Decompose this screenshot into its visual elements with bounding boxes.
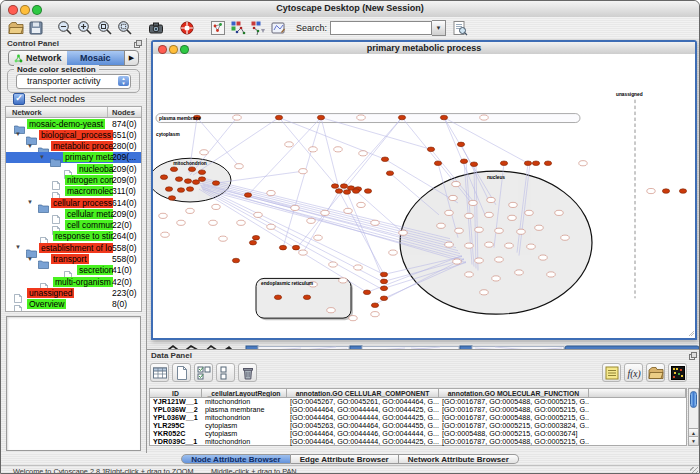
network-node-unselected[interactable] [219,236,227,241]
network-node-highlighted[interactable] [279,245,286,250]
search-input[interactable] [330,21,432,35]
network-node-unselected[interactable] [339,278,347,283]
tree-row-nitrogen-compo[interactable]: nitrogen compo209(0) [6,174,141,185]
network-node-highlighted[interactable] [386,171,393,176]
canvas-resize-grip[interactable] [689,331,694,336]
resize-grip[interactable] [690,467,698,474]
table-cell[interactable]: [GO:0045267, GO:0045261, GO:0044464, G..… [287,398,439,406]
network-node-unselected[interactable] [547,272,555,277]
network-node-unselected[interactable] [487,197,495,202]
network-node-highlighted[interactable] [340,184,347,189]
tree-row-overview[interactable]: Overview8(0) [6,299,141,310]
network-node-highlighted[interactable] [371,303,378,308]
network-node-unselected[interactable] [485,242,493,247]
network-node-unselected[interactable] [475,227,483,232]
network-node-unselected[interactable] [495,228,503,233]
network-node-unselected[interactable] [209,220,217,225]
network-node-unselected[interactable] [359,151,367,156]
network-node-unselected[interactable] [527,244,535,249]
tree-row-multi-organism-pro[interactable]: multi-organism pro42(0) [6,276,141,287]
tree-row-cell-communicat[interactable]: cell communicat22(0) [6,220,141,231]
network-node-highlighted[interactable] [184,179,191,184]
tab-edge-attribute-browser[interactable]: Edge Attribute Browser [291,454,399,464]
network-node-unselected[interactable] [212,204,220,209]
column-header[interactable]: annotation.GO MOLECULAR_FUNCTION [439,389,589,398]
expand-arrow-icon[interactable]: ▼ [27,256,33,262]
tree-row-nucleobase-[interactable]: nucleobase-209(0) [6,163,141,174]
network-node-highlighted[interactable] [363,290,370,295]
network-node-unselected[interactable] [159,213,167,218]
delete-attribute-button[interactable] [238,363,257,382]
table-row[interactable]: YKR052Ccytoplasm[GO:0044464, GO:0044446,… [150,430,686,438]
attribute-search-button[interactable] [450,18,470,37]
network-close-button[interactable] [158,45,167,54]
network-node-highlighted[interactable] [364,189,371,194]
network-node-highlighted[interactable] [212,181,219,186]
network-zoom-button[interactable] [180,45,189,54]
network-node-highlighted[interactable] [335,189,342,194]
network-node-highlighted[interactable] [275,115,282,120]
network-node-unselected[interactable] [465,213,473,218]
column-header[interactable]: annotation.GO CELLULAR_COMPONENT [287,389,439,398]
network-node-unselected[interactable] [515,270,523,275]
network-node-highlighted[interactable] [170,167,177,172]
network-canvas[interactable]: plasma membranecytoplasmmitochondrionnuc… [153,54,695,338]
zoom-out-button[interactable] [55,18,75,37]
network-node-unselected[interactable] [357,202,365,207]
network-node-highlighted[interactable] [457,142,464,147]
birdseye-view-panel[interactable] [6,316,141,451]
network-node-unselected[interactable] [647,188,655,193]
network-node-unselected[interactable] [485,212,493,217]
network-node-unselected[interactable] [233,115,241,120]
table-row[interactable]: YDR039C__1mitochondrion[GO:0044464, GO:0… [150,438,686,446]
zoom-in-button[interactable] [75,18,95,37]
select-nodes-checkbox[interactable]: ✓ [13,93,25,105]
zoom-fit-button[interactable] [115,18,135,37]
save-button[interactable] [26,18,46,37]
annotation-slate-button[interactable] [268,18,288,37]
tree-row-establishment-of-lo[interactable]: ▼establishment of lo558(0) [6,242,141,253]
expand-arrow-icon[interactable]: ▼ [27,143,33,149]
table-cell[interactable]: YJR121W__1 [150,398,202,406]
table-cell[interactable]: [GO:0044464, GO:0044444, GO:0044425, G..… [287,438,439,446]
network-node-unselected[interactable] [334,147,342,152]
network-node-unselected[interactable] [389,250,397,255]
network-node-highlighted[interactable] [188,167,195,172]
tree-row-response-to-stimulu[interactable]: response to stimulu264(0) [6,231,141,242]
network-node-unselected[interactable] [509,202,517,207]
network-node-highlighted[interactable] [381,157,388,162]
network-node-unselected[interactable] [465,272,473,277]
network-node-unselected[interactable] [475,258,483,263]
network-node-highlighted[interactable] [303,295,310,300]
expand-arrow-icon[interactable]: ▼ [39,154,45,160]
network-node-unselected[interactable] [555,210,563,215]
network-node-highlighted[interactable] [274,295,281,300]
network-node-unselected[interactable] [445,210,453,215]
expand-arrow-icon[interactable]: ▼ [15,131,21,137]
network-node-highlighted[interactable] [249,240,256,245]
table-cell[interactable]: YPL036W__2 [150,406,202,414]
tab-network-attribute-browser[interactable]: Network Attribute Browser [399,454,519,464]
network-node-unselected[interactable] [517,229,525,234]
float-data-panel-icon[interactable] [689,352,697,360]
network-node-highlighted[interactable] [252,235,259,240]
unselect-attributes-button[interactable] [216,363,235,382]
network-node-unselected[interactable] [579,161,587,166]
table-cell[interactable]: mitochondrion [202,398,287,406]
network-node-unselected[interactable] [492,276,500,281]
filter-network-button[interactable] [248,18,268,37]
help-ring-button[interactable] [177,18,197,37]
table-cell[interactable]: cytoplasm [202,430,287,438]
network-node-unselected[interactable] [235,164,243,169]
network-node-highlighted[interactable] [662,189,669,194]
node-color-select[interactable]: transporter activity ▲▼ [16,74,131,89]
network-node-unselected[interactable] [505,243,513,248]
table-cell[interactable]: [GO:0044464, GO:0044444, GO:0044425, G..… [287,406,439,414]
network-node-unselected[interactable] [480,115,488,120]
table-cell[interactable]: [GO:0016787, GO:0005488, GO:0005215, G..… [439,398,589,406]
network-node-unselected[interactable] [285,142,293,147]
table-cell[interactable]: [GO:0044464, GO:0044444, GO:0044425, G..… [287,414,439,422]
network-node-highlighted[interactable] [177,188,184,193]
network-node-unselected[interactable] [237,220,245,225]
network-node-highlighted[interactable] [524,161,531,166]
